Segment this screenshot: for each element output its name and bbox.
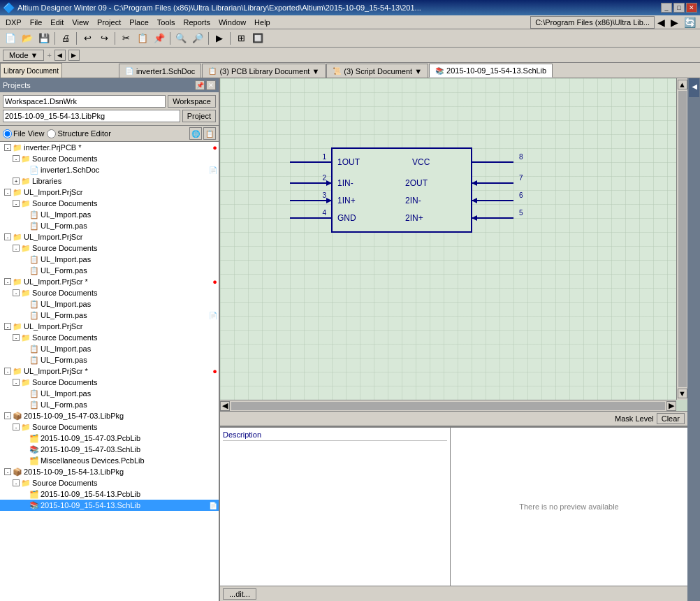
expand-icon[interactable]: - xyxy=(13,245,20,252)
compile-button[interactable]: ▶ xyxy=(212,31,227,45)
menu-project[interactable]: Project xyxy=(93,17,125,28)
edit-button[interactable]: ...dit... xyxy=(223,588,256,600)
tree-item-libpkg-47[interactable]: - 📦 2015-10-09_15-47-03.LibPkg xyxy=(0,410,219,421)
print-button[interactable]: 🖨 xyxy=(58,31,73,45)
tree-item-ul-form-pas-1[interactable]: 📋 UL_Form.pas xyxy=(0,220,219,231)
tree-item-ul-import-1[interactable]: - 📁 UL_Import.PrjScr xyxy=(0,187,219,198)
tree-item-ul-import-mod[interactable]: - 📁 UL_Import.PrjScr * ● xyxy=(0,276,219,287)
clear-button[interactable]: Clear xyxy=(657,413,685,424)
tree-item-ul-import-pas-5[interactable]: 📋 UL_Import.pas xyxy=(0,388,219,399)
expand-icon[interactable]: - xyxy=(4,189,11,196)
expand-icon[interactable]: - xyxy=(4,278,11,285)
expand-icon[interactable]: - xyxy=(13,200,20,207)
restore-button[interactable]: □ xyxy=(673,3,685,13)
workspace-button[interactable]: Workspace xyxy=(168,95,216,108)
tree-item-source-docs-2[interactable]: - 📁 Source Documents xyxy=(0,198,219,209)
tree-item-ul-form-pas-5[interactable]: 📋 UL_Form.pas xyxy=(0,399,219,410)
menu-place[interactable]: Place xyxy=(125,17,153,28)
tree-item-ul-import-pas-3[interactable]: 📋 UL_Import.pas xyxy=(0,298,219,310)
expand-icon[interactable]: - xyxy=(13,289,20,296)
tree-item-schlib-47[interactable]: 📚 2015-10-09_15-47-03.SchLib xyxy=(0,444,219,455)
expand-icon[interactable]: + xyxy=(13,178,20,184)
scroll-right-btn[interactable]: ▶ xyxy=(666,401,676,411)
tree-item-source-docs-5[interactable]: - 📁 Source Documents xyxy=(0,332,219,343)
nav-left-button[interactable]: ◀ xyxy=(54,50,66,61)
tree-item-inverter-prjpcb[interactable]: - 📁 inverter.PrjPCB * ● xyxy=(0,142,219,153)
tree-item-misc-pcblib[interactable]: 🗂️ Miscellaneous Devices.PcbLib xyxy=(0,455,219,466)
tree-item-libraries[interactable]: + 📁 Libraries xyxy=(0,175,219,187)
project-input[interactable] xyxy=(3,110,180,122)
expand-icon[interactable]: - xyxy=(13,155,20,162)
nav-right-button[interactable]: ▶ xyxy=(68,50,80,61)
menu-dxp[interactable]: DXP xyxy=(1,17,26,28)
save-button[interactable]: 💾 xyxy=(36,31,52,45)
tree-item-ul-import-3[interactable]: - 📁 UL_Import.PrjScr xyxy=(0,321,219,332)
nav-back[interactable]: ◀ xyxy=(655,17,668,28)
tree-item-source-docs-6[interactable]: - 📁 Source Documents xyxy=(0,377,219,388)
menu-window[interactable]: Window xyxy=(214,17,250,28)
cut-button[interactable]: ✂ xyxy=(118,31,133,45)
structure-editor-radio[interactable]: Structure Editor xyxy=(47,129,110,138)
close-button[interactable]: ✕ xyxy=(686,3,697,13)
project-button[interactable]: Project xyxy=(182,110,216,122)
redo-button[interactable]: ↪ xyxy=(96,31,112,45)
tree-item-source-docs-1[interactable]: - 📁 Source Documents xyxy=(0,153,219,164)
workspace-input[interactable] xyxy=(3,95,166,108)
new-button[interactable]: 📄 xyxy=(3,31,18,45)
schematic-area[interactable]: ▲ ▼ ◀ ▶ xyxy=(220,78,687,411)
snap-button[interactable]: 🔲 xyxy=(250,31,265,45)
expand-icon[interactable]: - xyxy=(4,412,11,419)
tree-item-ul-import-pas-4[interactable]: 📋 UL_Import.pas xyxy=(0,343,219,354)
tree-item-ul-import-mod2[interactable]: - 📁 UL_Import.PrjScr * ● xyxy=(0,365,219,377)
project-tree[interactable]: - 📁 inverter.PrjPCB * ● - 📁 Source Docum… xyxy=(0,142,219,601)
tree-item-source-docs-7[interactable]: - 📁 Source Documents xyxy=(0,421,219,433)
tree-item-ul-import-pas-2[interactable]: 📋 UL_Import.pas xyxy=(0,254,219,265)
expand-icon[interactable]: - xyxy=(4,468,11,475)
tree-item-ul-form-pas-4[interactable]: 📋 UL_Form.pas xyxy=(0,354,219,365)
expand-icon[interactable]: - xyxy=(4,323,11,330)
minimize-button[interactable]: _ xyxy=(661,3,672,13)
scroll-left-btn[interactable]: ◀ xyxy=(220,401,230,411)
menu-file[interactable]: File xyxy=(26,17,47,28)
grid-button[interactable]: ⊞ xyxy=(233,31,249,45)
expand-icon[interactable]: - xyxy=(4,233,11,240)
expand-icon[interactable]: - xyxy=(13,334,20,341)
tree-item-pcblib-54[interactable]: 🗂️ 2015-10-09_15-54-13.PcbLib xyxy=(0,488,219,500)
zoom-out-button[interactable]: 🔎 xyxy=(190,31,205,45)
tree-item-source-docs-3[interactable]: - 📁 Source Documents xyxy=(0,242,219,254)
menu-view[interactable]: View xyxy=(68,17,93,28)
view-icon-btn2[interactable]: 📋 xyxy=(203,127,216,140)
expand-icon[interactable]: - xyxy=(13,423,20,430)
undo-button[interactable]: ↩ xyxy=(80,31,95,45)
path-display[interactable]: C:\Program Files (x86)\Ultra Lib... xyxy=(530,16,655,29)
view-icon-btn1[interactable]: 🌐 xyxy=(189,127,202,140)
expand-icon[interactable]: - xyxy=(13,479,20,486)
nav-forward[interactable]: ▶ xyxy=(668,17,681,28)
expand-icon[interactable]: - xyxy=(13,379,20,386)
scroll-up-btn[interactable]: ▲ xyxy=(678,80,687,89)
tab-inverter-schdoc[interactable]: 📄 inverter1.SchDoc xyxy=(119,64,201,78)
expand-icon[interactable]: - xyxy=(4,144,11,151)
menu-reports[interactable]: Reports xyxy=(179,17,214,28)
menu-edit[interactable]: Edit xyxy=(46,17,68,28)
library-document-tab[interactable]: Library Document xyxy=(0,63,62,78)
tab-pcb-library[interactable]: 📋 (3) PCB Library Document ▼ xyxy=(202,64,326,78)
schematic-canvas[interactable]: 1OUT 1IN- 1IN+ GND VCC 2OUT 2IN- 2IN+ xyxy=(220,78,676,400)
tree-item-ul-import-2[interactable]: - 📁 UL_Import.PrjScr xyxy=(0,231,219,242)
expand-icon[interactable]: - xyxy=(4,368,11,375)
scroll-right[interactable]: ▲ ▼ xyxy=(676,78,687,400)
tree-item-ul-import-pas-1[interactable]: 📋 UL_Import.pas xyxy=(0,209,219,220)
menu-tools[interactable]: Tools xyxy=(153,17,180,28)
tab-script-document[interactable]: 📜 (3) Script Document ▼ xyxy=(326,64,428,78)
tree-item-ul-form-pas-3[interactable]: 📋 UL_Form.pas 📄 xyxy=(0,310,219,321)
zoom-in-button[interactable]: 🔍 xyxy=(173,31,189,45)
right-panel-tab[interactable]: ▶ xyxy=(689,78,699,97)
nav-refresh[interactable]: 🔄 xyxy=(681,17,699,28)
tree-item-source-docs-8[interactable]: - 📁 Source Documents xyxy=(0,477,219,488)
file-view-radio[interactable]: File View xyxy=(3,129,44,138)
tree-item-inverter-schdoc[interactable]: 📄 inverter1.SchDoc 📄 xyxy=(0,164,219,175)
tree-item-source-docs-4[interactable]: - 📁 Source Documents xyxy=(0,287,219,298)
panel-close-button[interactable]: ✕ xyxy=(206,80,216,90)
mode-dropdown[interactable]: Mode ▼ xyxy=(3,50,44,61)
menu-help[interactable]: Help xyxy=(250,17,275,28)
